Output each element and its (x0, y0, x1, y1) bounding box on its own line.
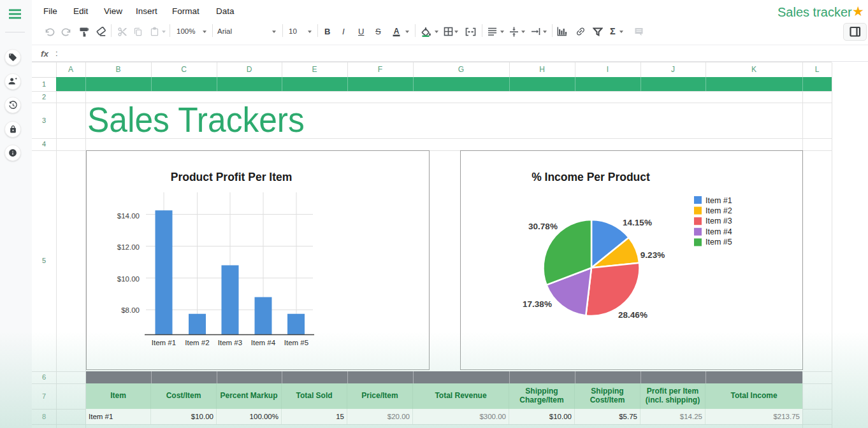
svg-text:Item #4: Item #4 (251, 339, 276, 346)
svg-text:Item #3: Item #3 (705, 217, 732, 225)
svg-text:9.23%: 9.23% (640, 250, 665, 260)
svg-text:Item #1: Item #1 (152, 339, 176, 346)
svg-text:30.78%: 30.78% (528, 222, 558, 231)
svg-text:$8.00: $8.00 (121, 306, 140, 314)
svg-text:Item #2: Item #2 (185, 339, 209, 346)
svg-text:Item #5: Item #5 (705, 238, 732, 246)
svg-text:Item #5: Item #5 (284, 339, 308, 346)
svg-text:Item #1: Item #1 (705, 196, 732, 205)
svg-text:$12.00: $12.00 (117, 243, 140, 251)
svg-text:Item #3: Item #3 (218, 339, 242, 346)
svg-text:A: A (394, 27, 400, 36)
svg-text:Item #2: Item #2 (705, 206, 732, 215)
svg-text:$14.00: $14.00 (117, 212, 140, 220)
svg-text:14.15%: 14.15% (623, 218, 652, 227)
svg-text:Product Profit Per Item: Product Profit Per Item (171, 171, 293, 183)
svg-text:$10.00: $10.00 (117, 275, 140, 283)
svg-text:% Income Per Product: % Income Per Product (532, 171, 650, 183)
svg-text:17.38%: 17.38% (523, 299, 552, 309)
svg-text:28.46%: 28.46% (618, 310, 647, 320)
svg-text:Item #4: Item #4 (705, 227, 732, 236)
